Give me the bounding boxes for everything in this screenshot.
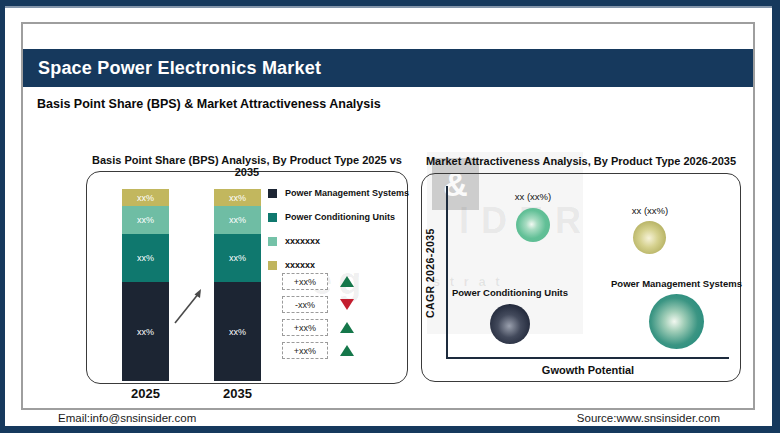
bps-legend: Power Management Systems Power Condition… <box>268 188 409 270</box>
triangle-up-icon <box>340 322 354 333</box>
bubble-seafoam <box>516 208 550 242</box>
infographic-page: & IDER eg s t r a t Space Power Electron… <box>0 0 780 433</box>
growth-trend-arrow-icon <box>170 285 208 327</box>
legend-item: xxxxxxx <box>268 236 409 246</box>
bubble-power-management-systems <box>649 294 704 349</box>
bar-segment-olive: xx% <box>122 189 169 206</box>
legend-swatch-olive-icon <box>268 261 277 270</box>
bar-segment-navy: xx% <box>214 282 261 381</box>
triangle-up-icon <box>340 276 354 287</box>
indicator-value-box: +xx% <box>282 273 328 290</box>
indicator-value-box: +xx% <box>282 319 328 336</box>
bubble-label: Power Conditioning Units <box>450 287 570 298</box>
indicator-row: -xx% <box>282 296 354 313</box>
bar-segment-teal: xx% <box>122 234 169 282</box>
content-card: & IDER eg s t r a t Space Power Electron… <box>21 22 755 410</box>
frame-bottom-bar <box>0 426 780 433</box>
source-text: Source:www.snsinsider.com <box>577 412 720 424</box>
indicator-row: +xx% <box>282 319 354 336</box>
bar-segment-olive: xx% <box>214 189 261 206</box>
y-axis-line <box>446 186 448 359</box>
bar-segment-navy: xx% <box>122 282 169 381</box>
legend-label: Power Conditioning Units <box>285 212 395 222</box>
bps-chart-title: Basis Point Share (BPS) Analysis, By Pro… <box>86 154 408 178</box>
bar-segment-seafoam: xx% <box>122 206 169 234</box>
indicator-row: +xx% <box>282 273 354 290</box>
legend-swatch-seafoam-icon <box>268 237 277 246</box>
triangle-down-icon <box>340 299 354 310</box>
legend-label: xxxxxxx <box>285 236 320 246</box>
attractiveness-chart-title: Market Attractiveness Analysis, By Produ… <box>421 155 741 167</box>
indicator-value-box: -xx% <box>282 296 328 313</box>
legend-label: xxxxxx <box>285 260 315 270</box>
triangle-up-icon <box>340 345 354 356</box>
bubble-power-conditioning-units <box>490 304 530 344</box>
legend-item: xxxxxx <box>268 260 409 270</box>
bubble-label: Power Management Systems <box>611 278 741 289</box>
frame-left-bar <box>0 0 5 433</box>
legend-item: Power Management Systems <box>268 188 409 198</box>
report-header-bar: Space Power Electronics Market <box>23 49 753 87</box>
x-axis-label: Gwowth Potential <box>503 364 673 376</box>
stacked-bar-2025: xx% xx% xx% xx% <box>122 189 169 381</box>
x-axis-line <box>446 357 729 359</box>
page-subtitle: Basis Point Share (BPS) & Market Attract… <box>37 97 381 111</box>
x-axis-label-2025: 2025 <box>122 386 169 401</box>
indicator-value-box: +xx% <box>282 342 328 359</box>
frame-top-accent-line <box>0 6 780 8</box>
page-title: Space Power Electronics Market <box>23 58 321 79</box>
bps-change-indicators: +xx% -xx% +xx% +xx% <box>282 273 354 359</box>
bar-segment-seafoam: xx% <box>214 206 261 234</box>
stacked-bar-2035: xx% xx% xx% xx% <box>214 189 261 381</box>
bubble-label: xx (xx%) <box>493 191 573 202</box>
contact-email-text: Email:info@snsinsider.com <box>58 412 196 424</box>
legend-label: Power Management Systems <box>285 188 409 198</box>
x-axis-label-2035: 2035 <box>214 386 261 401</box>
bar-segment-teal: xx% <box>214 234 261 282</box>
bubble-label: xx (xx%) <box>610 205 690 216</box>
frame-right-bar <box>772 0 780 433</box>
y-axis-label: CAGR 2026-2035 <box>424 187 440 359</box>
indicator-row: +xx% <box>282 342 354 359</box>
legend-item: Power Conditioning Units <box>268 212 409 222</box>
legend-swatch-teal-icon <box>268 213 277 222</box>
bubble-olive <box>633 221 666 254</box>
legend-swatch-navy-icon <box>268 189 277 198</box>
